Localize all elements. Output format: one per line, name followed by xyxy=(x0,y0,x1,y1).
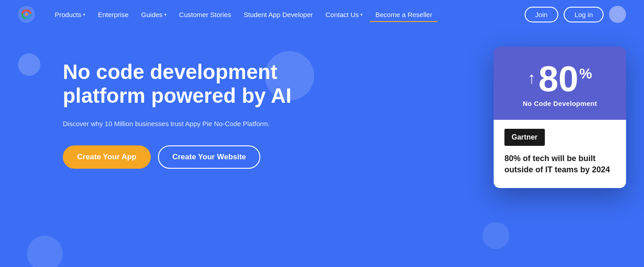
decorative-circle-bottom-right xyxy=(482,222,509,249)
card-percent-number: 80 xyxy=(539,61,578,97)
nav-enterprise[interactable]: Enterprise xyxy=(92,7,134,22)
decorative-circle-bottom-left xyxy=(27,236,63,267)
gartner-badge: Gartner xyxy=(504,129,545,146)
stats-card: ↑ 80 % No Code Development Gartner 80% o… xyxy=(494,47,626,188)
decorative-circle-small xyxy=(18,53,40,76)
hero-buttons: Create Your App Create Your Website xyxy=(63,145,314,169)
nav-links: Products ▾ Enterprise Guides ▾ Customer … xyxy=(49,7,525,22)
card-top: ↑ 80 % No Code Development xyxy=(494,47,626,120)
nav-contact[interactable]: Contact Us ▾ xyxy=(320,7,368,22)
hero-section: No code development platform powered by … xyxy=(0,29,644,267)
nav-products[interactable]: Products ▾ xyxy=(49,7,91,22)
create-website-button[interactable]: Create Your Website xyxy=(158,145,260,169)
avatar[interactable] xyxy=(609,6,626,23)
decorative-circle-large xyxy=(265,51,314,101)
join-button[interactable]: Join xyxy=(525,7,559,22)
appypie-logo-icon xyxy=(18,6,35,23)
login-button[interactable]: Log in xyxy=(564,7,604,22)
svg-point-1 xyxy=(25,13,28,16)
navbar: Products ▾ Enterprise Guides ▾ Customer … xyxy=(0,0,644,29)
nav-become-reseller[interactable]: Become a Reseller xyxy=(370,7,438,22)
logo[interactable] xyxy=(18,6,35,23)
create-app-button[interactable]: Create Your App xyxy=(63,145,151,169)
products-chevron-icon: ▾ xyxy=(83,12,85,17)
nav-student-app[interactable]: Student App Developer xyxy=(238,7,318,22)
guides-chevron-icon: ▾ xyxy=(164,12,166,17)
card-arrow-icon: ↑ xyxy=(528,70,536,86)
card-description: 80% of tech will be built outside of IT … xyxy=(504,153,615,175)
contact-chevron-icon: ▾ xyxy=(360,12,363,17)
card-top-label: No Code Development xyxy=(506,100,613,107)
nav-guides[interactable]: Guides ▾ xyxy=(136,7,172,22)
hero-subtitle: Discover why 10 Million businesses trust… xyxy=(63,118,278,129)
nav-customer-stories[interactable]: Customer Stories xyxy=(174,7,237,22)
card-bottom: Gartner 80% of tech will be built outsid… xyxy=(494,120,626,188)
card-percent-symbol: % xyxy=(579,66,592,81)
card-percent-display: ↑ 80 % xyxy=(506,61,613,97)
nav-right: Join Log in xyxy=(525,6,626,23)
